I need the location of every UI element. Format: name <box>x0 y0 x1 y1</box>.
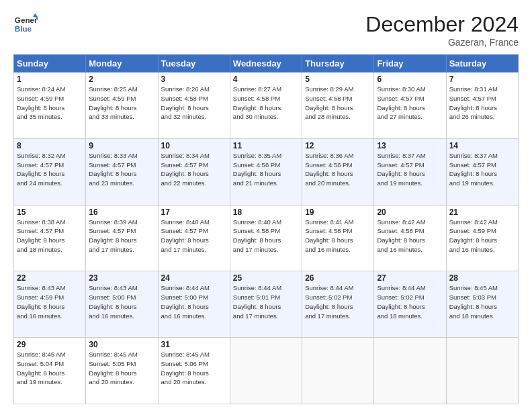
day-info: Sunrise: 8:44 AM Sunset: 5:02 PM Dayligh… <box>305 283 371 320</box>
month-title: December 2024 <box>365 12 519 37</box>
day-number: 7 <box>449 75 515 84</box>
day-info: Sunrise: 8:44 AM Sunset: 5:02 PM Dayligh… <box>377 283 443 320</box>
day-number: 23 <box>89 273 154 283</box>
day-info: Sunrise: 8:34 AM Sunset: 4:57 PM Dayligh… <box>161 151 227 188</box>
day-info: Sunrise: 8:38 AM Sunset: 4:57 PM Dayligh… <box>17 218 83 255</box>
calendar-day-15: 15Sunrise: 8:38 AM Sunset: 4:57 PM Dayli… <box>14 205 86 271</box>
calendar-day-7: 7Sunrise: 8:31 AM Sunset: 4:57 PM Daylig… <box>446 73 518 139</box>
day-number: 21 <box>449 208 515 217</box>
day-info: Sunrise: 8:37 AM Sunset: 4:57 PM Dayligh… <box>449 151 515 188</box>
day-number: 2 <box>89 75 154 84</box>
calendar-day-22: 22Sunrise: 8:43 AM Sunset: 4:59 PM Dayli… <box>14 271 86 338</box>
day-info: Sunrise: 8:40 AM Sunset: 4:57 PM Dayligh… <box>161 218 227 255</box>
day-info: Sunrise: 8:45 AM Sunset: 5:06 PM Dayligh… <box>161 350 227 387</box>
day-info: Sunrise: 8:42 AM Sunset: 4:59 PM Dayligh… <box>449 218 515 255</box>
day-info: Sunrise: 8:39 AM Sunset: 4:57 PM Dayligh… <box>89 218 154 255</box>
day-info: Sunrise: 8:45 AM Sunset: 5:05 PM Dayligh… <box>89 350 154 387</box>
calendar-day-27: 27Sunrise: 8:44 AM Sunset: 5:02 PM Dayli… <box>374 271 446 338</box>
empty-cell <box>374 338 446 404</box>
day-info: Sunrise: 8:27 AM Sunset: 4:58 PM Dayligh… <box>233 85 299 122</box>
day-number: 9 <box>89 141 154 150</box>
column-header-wednesday: Wednesday <box>230 55 302 73</box>
calendar-day-30: 30Sunrise: 8:45 AM Sunset: 5:05 PM Dayli… <box>86 338 158 404</box>
day-number: 16 <box>89 208 154 217</box>
day-info: Sunrise: 8:42 AM Sunset: 4:58 PM Dayligh… <box>377 218 443 255</box>
day-number: 30 <box>89 340 154 349</box>
calendar-day-9: 9Sunrise: 8:33 AM Sunset: 4:57 PM Daylig… <box>86 138 158 205</box>
day-number: 19 <box>305 208 371 217</box>
day-number: 26 <box>305 273 371 283</box>
column-header-sunday: Sunday <box>14 55 86 73</box>
day-number: 6 <box>377 75 443 84</box>
day-info: Sunrise: 8:36 AM Sunset: 4:56 PM Dayligh… <box>305 151 371 188</box>
calendar-day-19: 19Sunrise: 8:41 AM Sunset: 4:58 PM Dayli… <box>302 205 374 271</box>
calendar-week-2: 8Sunrise: 8:32 AM Sunset: 4:57 PM Daylig… <box>14 138 519 205</box>
column-header-monday: Monday <box>86 55 158 73</box>
day-info: Sunrise: 8:31 AM Sunset: 4:57 PM Dayligh… <box>449 85 515 122</box>
svg-text:Blue: Blue <box>15 24 32 33</box>
day-info: Sunrise: 8:37 AM Sunset: 4:57 PM Dayligh… <box>377 151 443 188</box>
day-info: Sunrise: 8:41 AM Sunset: 4:58 PM Dayligh… <box>305 218 371 255</box>
calendar-day-17: 17Sunrise: 8:40 AM Sunset: 4:57 PM Dayli… <box>158 205 230 271</box>
day-number: 4 <box>233 75 299 84</box>
calendar-day-10: 10Sunrise: 8:34 AM Sunset: 4:57 PM Dayli… <box>158 138 230 205</box>
calendar-day-28: 28Sunrise: 8:45 AM Sunset: 5:03 PM Dayli… <box>446 271 518 338</box>
day-number: 27 <box>377 273 443 283</box>
day-info: Sunrise: 8:24 AM Sunset: 4:59 PM Dayligh… <box>17 85 83 122</box>
title-block: December 2024 Gazeran, France <box>365 12 519 48</box>
calendar-day-6: 6Sunrise: 8:30 AM Sunset: 4:57 PM Daylig… <box>374 73 446 139</box>
day-number: 24 <box>161 273 227 283</box>
day-info: Sunrise: 8:33 AM Sunset: 4:57 PM Dayligh… <box>89 151 154 188</box>
day-number: 29 <box>17 340 83 349</box>
calendar-day-2: 2Sunrise: 8:25 AM Sunset: 4:59 PM Daylig… <box>86 73 158 139</box>
day-number: 13 <box>377 141 443 150</box>
calendar-day-14: 14Sunrise: 8:37 AM Sunset: 4:57 PM Dayli… <box>446 138 518 205</box>
column-header-tuesday: Tuesday <box>158 55 230 73</box>
calendar-day-8: 8Sunrise: 8:32 AM Sunset: 4:57 PM Daylig… <box>14 138 86 205</box>
column-header-thursday: Thursday <box>302 55 374 73</box>
calendar-day-12: 12Sunrise: 8:36 AM Sunset: 4:56 PM Dayli… <box>302 138 374 205</box>
empty-cell <box>230 338 302 404</box>
day-number: 1 <box>17 75 83 84</box>
calendar-week-5: 29Sunrise: 8:45 AM Sunset: 5:04 PM Dayli… <box>14 338 519 404</box>
calendar-day-5: 5Sunrise: 8:29 AM Sunset: 4:58 PM Daylig… <box>302 73 374 139</box>
calendar-day-4: 4Sunrise: 8:27 AM Sunset: 4:58 PM Daylig… <box>230 73 302 139</box>
calendar-day-26: 26Sunrise: 8:44 AM Sunset: 5:02 PM Dayli… <box>302 271 374 338</box>
calendar-header-row: SundayMondayTuesdayWednesdayThursdayFrid… <box>14 55 519 73</box>
calendar-day-31: 31Sunrise: 8:45 AM Sunset: 5:06 PM Dayli… <box>158 338 230 404</box>
day-number: 10 <box>161 141 227 150</box>
logo: General Blue <box>13 12 38 36</box>
calendar-week-3: 15Sunrise: 8:38 AM Sunset: 4:57 PM Dayli… <box>14 205 519 271</box>
day-info: Sunrise: 8:44 AM Sunset: 5:00 PM Dayligh… <box>161 283 227 320</box>
day-number: 8 <box>17 141 83 150</box>
day-info: Sunrise: 8:43 AM Sunset: 4:59 PM Dayligh… <box>17 283 83 320</box>
day-number: 31 <box>161 340 227 349</box>
logo-icon: General Blue <box>13 12 38 36</box>
day-number: 11 <box>233 141 299 150</box>
day-info: Sunrise: 8:30 AM Sunset: 4:57 PM Dayligh… <box>377 85 443 122</box>
calendar-day-1: 1Sunrise: 8:24 AM Sunset: 4:59 PM Daylig… <box>14 73 86 139</box>
day-info: Sunrise: 8:32 AM Sunset: 4:57 PM Dayligh… <box>17 151 83 188</box>
day-number: 28 <box>449 273 515 283</box>
calendar-table: SundayMondayTuesdayWednesdayThursdayFrid… <box>13 54 519 404</box>
day-number: 20 <box>377 208 443 217</box>
day-info: Sunrise: 8:45 AM Sunset: 5:04 PM Dayligh… <box>17 350 83 387</box>
day-info: Sunrise: 8:26 AM Sunset: 4:58 PM Dayligh… <box>161 85 227 122</box>
day-number: 5 <box>305 75 371 84</box>
day-number: 18 <box>233 208 299 217</box>
calendar-week-4: 22Sunrise: 8:43 AM Sunset: 4:59 PM Dayli… <box>14 271 519 338</box>
day-info: Sunrise: 8:45 AM Sunset: 5:03 PM Dayligh… <box>449 283 515 320</box>
empty-cell <box>446 338 518 404</box>
calendar-day-3: 3Sunrise: 8:26 AM Sunset: 4:58 PM Daylig… <box>158 73 230 139</box>
calendar-day-21: 21Sunrise: 8:42 AM Sunset: 4:59 PM Dayli… <box>446 205 518 271</box>
calendar-day-20: 20Sunrise: 8:42 AM Sunset: 4:58 PM Dayli… <box>374 205 446 271</box>
header: General Blue December 2024 Gazeran, Fran… <box>13 12 519 48</box>
calendar-day-24: 24Sunrise: 8:44 AM Sunset: 5:00 PM Dayli… <box>158 271 230 338</box>
calendar-day-18: 18Sunrise: 8:40 AM Sunset: 4:58 PM Dayli… <box>230 205 302 271</box>
empty-cell <box>302 338 374 404</box>
day-number: 14 <box>449 141 515 150</box>
day-number: 25 <box>233 273 299 283</box>
calendar-day-11: 11Sunrise: 8:35 AM Sunset: 4:56 PM Dayli… <box>230 138 302 205</box>
calendar-day-16: 16Sunrise: 8:39 AM Sunset: 4:57 PM Dayli… <box>86 205 158 271</box>
day-info: Sunrise: 8:29 AM Sunset: 4:58 PM Dayligh… <box>305 85 371 122</box>
